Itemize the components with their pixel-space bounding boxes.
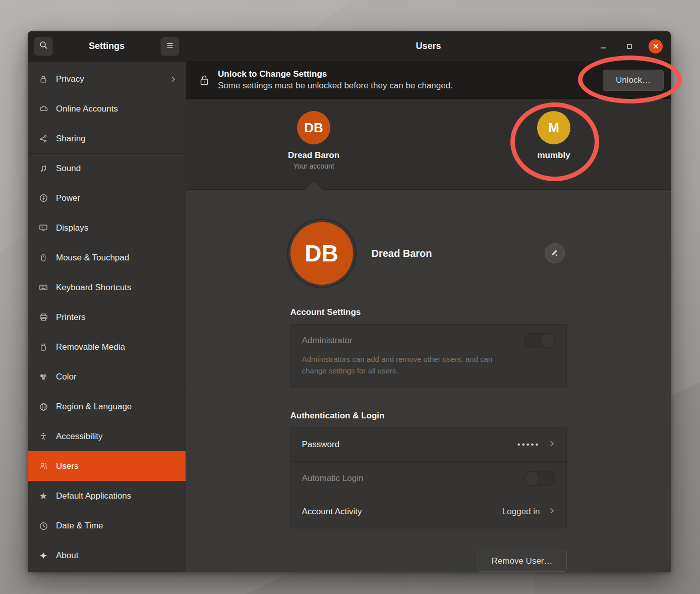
sparkle-icon [38, 551, 48, 561]
menu-button[interactable] [160, 37, 180, 56]
sidebar-item-sound[interactable]: Sound [28, 153, 186, 183]
unlock-banner-subtitle: Some settings must be unlocked before th… [218, 80, 603, 91]
account-activity-row[interactable]: Account Activity Logged in [291, 495, 566, 528]
printer-icon [38, 312, 48, 322]
password-value: ••••• [517, 440, 540, 450]
sidebar-item-privacy[interactable]: Privacy [28, 64, 186, 94]
sidebar-item-accessibility[interactable]: Accessibility [28, 421, 186, 451]
carousel-user-dread-baron[interactable]: DB Dread Baron Your account [263, 111, 364, 170]
pencil-icon [550, 248, 559, 259]
sidebar-item-color[interactable]: Color [28, 362, 186, 392]
search-button[interactable] [34, 37, 53, 56]
section-heading-authentication: Authentication & Login [290, 411, 567, 421]
sidebar-item-about[interactable]: About [28, 541, 186, 570]
user-avatar: DB [297, 111, 330, 144]
sidebar-item-region-language[interactable]: Region & Language [28, 392, 186, 421]
account-activity-label: Account Activity [302, 507, 362, 517]
minimize-icon [599, 42, 607, 50]
section-heading-account-settings: Account Settings [290, 307, 567, 317]
administrator-description: Administrators can add and remove other … [302, 354, 519, 376]
sidebar-item-mouse-touchpad[interactable]: Mouse & Touchpad [28, 243, 186, 273]
automatic-login-label: Automatic Login [302, 473, 364, 483]
close-icon [653, 43, 659, 49]
titlebar: Users [186, 31, 671, 62]
administrator-toggle[interactable] [524, 333, 555, 348]
user-carousel: DB Dread Baron Your account M mumbly [186, 99, 671, 190]
users-pane: Users Unlock to Change Settings Some set… [186, 31, 671, 572]
authentication-card: Password ••••• Automatic Login Account A… [290, 427, 567, 528]
lock-icon [199, 74, 209, 86]
removable-icon [38, 342, 48, 352]
sound-icon [38, 164, 48, 174]
hamburger-menu-icon [165, 41, 174, 52]
sidebar-item-removable-media[interactable]: Removable Media [28, 332, 186, 362]
automatic-login-toggle[interactable] [524, 471, 555, 486]
keyboard-icon [38, 283, 48, 293]
window-controls [596, 39, 671, 53]
user-full-name: Dread Baron [372, 248, 432, 259]
user-name: Dread Baron [263, 150, 364, 160]
users-icon [38, 461, 48, 471]
sidebar-item-users[interactable]: Users [28, 451, 186, 481]
unlock-banner-title: Unlock to Change Settings [218, 69, 603, 80]
edit-name-button[interactable] [545, 243, 565, 263]
automatic-login-row: Automatic Login [291, 461, 566, 495]
settings-window: Settings Privacy Online Accounts Sharing… [28, 31, 671, 572]
sidebar-item-displays[interactable]: Displays [28, 213, 186, 243]
chevron-right-icon [548, 440, 555, 449]
sidebar-item-default-applications[interactable]: Default Applications [28, 481, 186, 511]
maximize-button[interactable] [622, 39, 636, 53]
share-icon [38, 134, 48, 144]
user-name: mumbly [503, 150, 604, 160]
password-row[interactable]: Password ••••• [291, 428, 566, 461]
cloud-icon [38, 104, 48, 114]
toggle-knob [540, 333, 555, 348]
user-subtitle: Your account [263, 162, 364, 170]
sidebar-item-power[interactable]: Power [28, 183, 186, 213]
displays-icon [38, 223, 48, 233]
toggle-knob [524, 471, 539, 486]
minimize-button[interactable] [596, 39, 610, 53]
carousel-user-mumbly[interactable]: M mumbly [503, 111, 604, 160]
account-activity-value: Logged in [502, 507, 540, 517]
sidebar-item-online-accounts[interactable]: Online Accounts [28, 94, 186, 124]
profile-row: DB Dread Baron [290, 222, 567, 285]
lock-icon [38, 74, 48, 84]
account-settings-card: Administrator Administrators can add and… [290, 324, 567, 388]
sidebar-item-sharing[interactable]: Sharing [28, 124, 186, 153]
clock-icon [38, 521, 48, 531]
sidebar-nav: Privacy Online Accounts Sharing Sound Po… [28, 62, 186, 572]
unlock-button[interactable]: Unlock… [603, 70, 664, 91]
administrator-label: Administrator [302, 336, 353, 346]
accessibility-icon [38, 431, 48, 442]
search-icon [39, 40, 48, 52]
avatar[interactable]: DB [290, 222, 353, 285]
mouse-icon [38, 253, 48, 263]
sidebar-headerbar: Settings [28, 31, 186, 62]
globe-icon [38, 402, 48, 412]
star-icon [38, 491, 48, 501]
sidebar-item-date-time[interactable]: Date & Time [28, 511, 186, 541]
password-label: Password [302, 440, 340, 450]
close-button[interactable] [649, 39, 663, 53]
user-avatar: M [537, 111, 570, 144]
sidebar: Settings Privacy Online Accounts Sharing… [28, 31, 186, 572]
sidebar-item-keyboard-shortcuts[interactable]: Keyboard Shortcuts [28, 273, 186, 302]
unlock-banner-text: Unlock to Change Settings Some settings … [218, 69, 603, 91]
sidebar-item-printers[interactable]: Printers [28, 302, 186, 332]
remove-user-button[interactable]: Remove User… [478, 551, 567, 572]
unlock-banner: Unlock to Change Settings Some settings … [186, 62, 671, 99]
maximize-icon [625, 42, 633, 50]
chevron-right-icon [169, 76, 177, 83]
power-icon [38, 193, 48, 203]
chevron-right-icon [548, 507, 555, 516]
color-icon [38, 372, 48, 382]
user-detail-panel: DB Dread Baron Account Settings Administ… [186, 190, 671, 572]
